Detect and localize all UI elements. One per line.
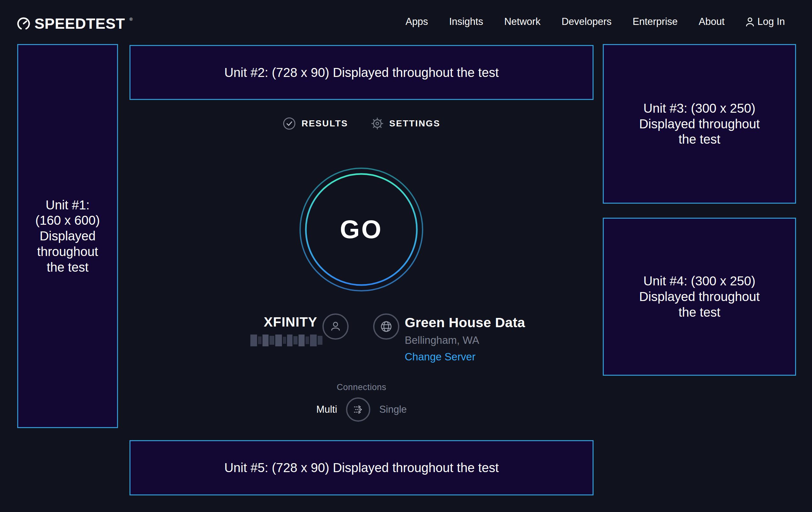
nav-item-insights[interactable]: Insights <box>449 16 483 27</box>
server-globe-badge <box>373 314 399 340</box>
ad-unit-4-text: Unit #4: (300 x 250) Displayed throughou… <box>639 273 760 320</box>
ad-unit-4-rectangle: Unit #4: (300 x 250) Displayed throughou… <box>603 218 796 376</box>
view-tabs: RESULTS <box>129 117 593 130</box>
isp-ip-redacted <box>250 334 322 346</box>
isp-name[interactable]: XFINITY <box>252 315 317 330</box>
person-icon <box>329 320 342 333</box>
connections-toggle: Multi Single <box>129 397 593 422</box>
ad-unit-3-rectangle: Unit #3: (300 x 250) Displayed throughou… <box>603 44 796 204</box>
ad-unit-5-text: Unit #5: (728 x 90) Displayed throughout… <box>224 460 499 476</box>
go-button[interactable]: GO <box>299 167 424 292</box>
connections-toggle-button[interactable] <box>346 397 370 422</box>
speedtest-page: SPEEDTEST ® Apps Insights Network Develo… <box>0 0 812 512</box>
gear-icon <box>371 117 384 130</box>
brand-name: SPEEDTEST <box>34 17 125 31</box>
globe-icon <box>379 320 393 333</box>
ad-unit-1-text: Unit #1: (160 x 600) Displayed throughou… <box>35 197 100 275</box>
go-button-label: GO <box>299 167 424 292</box>
connections-label: Connections <box>129 382 593 392</box>
speedtest-logo[interactable]: SPEEDTEST ® <box>17 17 133 31</box>
nav-item-about[interactable]: About <box>699 16 725 27</box>
connections-single-option[interactable]: Single <box>379 404 407 415</box>
tab-settings-label: SETTINGS <box>389 118 440 129</box>
registered-mark: ® <box>129 17 133 21</box>
tab-results-label: RESULTS <box>301 118 348 129</box>
server-location: Bellingham, WA <box>405 334 480 346</box>
nav-item-network[interactable]: Network <box>504 16 541 27</box>
ad-unit-3-text: Unit #3: (300 x 250) Displayed throughou… <box>639 101 760 147</box>
server-name: Green House Data <box>405 315 525 330</box>
change-server-link[interactable]: Change Server <box>405 351 475 363</box>
user-icon <box>746 17 754 26</box>
multi-connections-arrows-icon <box>351 403 365 416</box>
ad-unit-2-leaderboard: Unit #2: (728 x 90) Displayed throughout… <box>129 45 593 100</box>
speedometer-gauge-icon <box>17 17 30 30</box>
nav-item-apps[interactable]: Apps <box>405 16 428 27</box>
login-button[interactable]: Log In <box>746 16 785 27</box>
tab-results[interactable]: RESULTS <box>283 117 348 130</box>
ad-unit-2-text: Unit #2: (728 x 90) Displayed throughout… <box>224 65 499 80</box>
main-nav: Apps Insights Network Developers Enterpr… <box>405 6 785 38</box>
nav-item-developers[interactable]: Developers <box>562 16 612 27</box>
ad-unit-5-leaderboard: Unit #5: (728 x 90) Displayed throughout… <box>129 440 593 495</box>
check-circle-icon <box>283 117 296 130</box>
nav-item-enterprise[interactable]: Enterprise <box>633 16 677 27</box>
connections-multi-option[interactable]: Multi <box>316 404 337 415</box>
tab-settings[interactable]: SETTINGS <box>371 117 440 130</box>
isp-avatar <box>322 314 349 340</box>
ad-unit-1-skyscraper: Unit #1: (160 x 600) Displayed throughou… <box>17 44 118 428</box>
login-label: Log In <box>757 16 785 27</box>
